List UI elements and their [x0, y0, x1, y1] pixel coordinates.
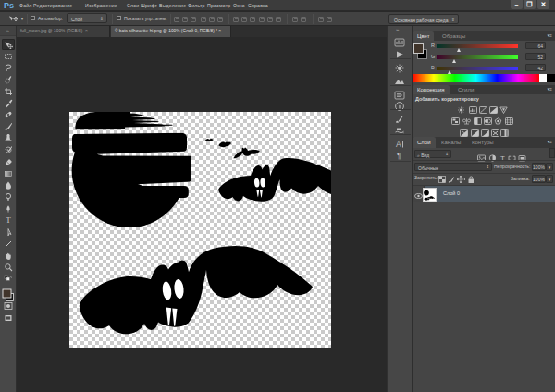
svg-text:T: T	[6, 215, 11, 225]
svg-text:¶: ¶	[397, 151, 401, 160]
